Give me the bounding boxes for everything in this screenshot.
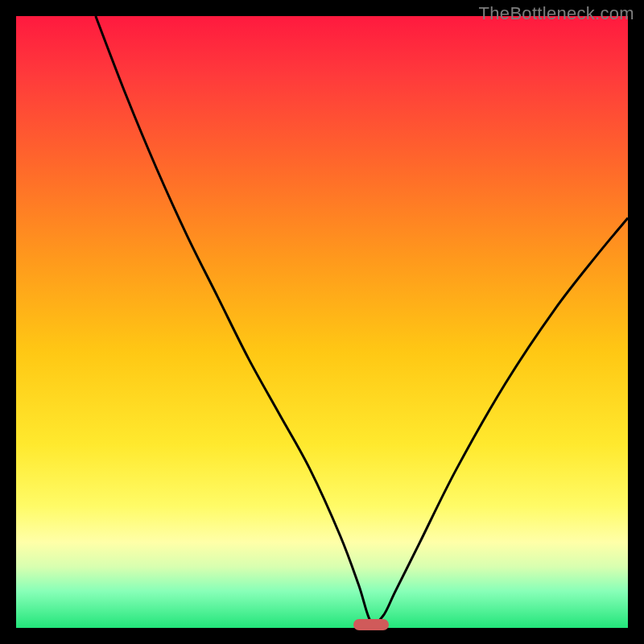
chart-curve xyxy=(16,16,628,628)
watermark-text: TheBottleneck.com xyxy=(479,3,634,24)
target-marker xyxy=(353,619,389,630)
curve-path xyxy=(96,16,628,624)
chart-frame: TheBottleneck.com xyxy=(0,0,644,644)
